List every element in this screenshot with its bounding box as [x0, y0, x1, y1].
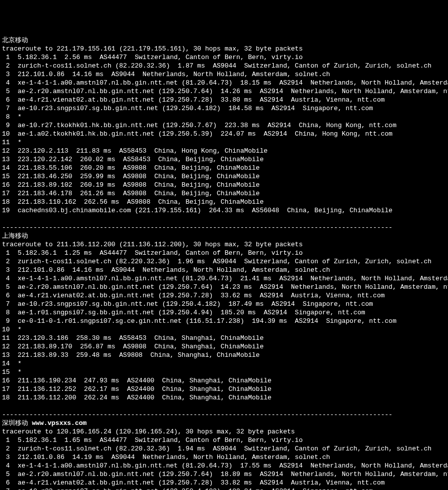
- traceroute-hop: 17 211.136.112.252 262.17 ms AS24400 Chi…: [2, 385, 446, 393]
- traceroute-hop: 4 xe-1-4-1-1.a00.amstnl07.nl.bb.gin.ntt.…: [2, 79, 446, 87]
- traceroute-hop: 11 *: [2, 138, 446, 147]
- traceroute-hop: 6 ae-4.r21.vienat02.at.bb.gin.ntt.net (1…: [2, 96, 446, 104]
- traceroute-hop: 9 ce-0-11-0-1.r01.sngpsi07.sg.ce.gin.ntt…: [2, 317, 446, 325]
- traceroute-hop: 13 223.120.22.142 260.02 ms AS58453 Chin…: [2, 155, 446, 164]
- traceroute-hop: 12 223.120.2.113 211.83 ms AS58453 China…: [2, 147, 446, 155]
- traceroute-hop: 10 *: [2, 325, 446, 334]
- traceroute-hop: 15 221.183.46.250 259.99 ms AS9808 China…: [2, 172, 446, 181]
- traceroute-hop: 6 ae-4.r21.vienat02.at.bb.gin.ntt.net (1…: [2, 291, 446, 300]
- blank-line: [2, 215, 446, 223]
- traceroute-hop: 3 212.101.0.86 14.19 ms AS9044 Netherlan…: [2, 453, 446, 461]
- traceroute-hop: 12 221.183.89.170 256.87 ms AS9808 China…: [2, 342, 446, 351]
- traceroute-hop: 13 221.183.89.33 259.48 ms AS9808 China,…: [2, 351, 446, 359]
- traceroute-hop: 2 zurich-t-cos11.solnet.ch (82.220.32.36…: [2, 257, 446, 266]
- traceroute-hop: 3 212.101.0.86 14.16 ms AS9044 Netherlan…: [2, 266, 446, 274]
- traceroute-hop: 7 ae-10.r23.sngpsi07.sg.bb.gin.ntt.net (…: [2, 104, 446, 113]
- traceroute-hop: 16 211.136.190.234 247.93 ms AS24400 Chi…: [2, 376, 446, 385]
- traceroute-header: traceroute to 211.136.112.200 (211.136.1…: [2, 240, 446, 249]
- traceroute-hop: 4 xe-1-4-1-1.a00.amstnl07.nl.bb.gin.ntt.…: [2, 274, 446, 283]
- traceroute-hop: 1 5.182.36.1 2.56 ms AS44477 Switzerland…: [2, 53, 446, 62]
- traceroute-hop: 10 ae-1.a02.tkokhk01.hk.bb.gin.ntt.net (…: [2, 130, 446, 138]
- traceroute-hop: 18 221.183.110.162 262.56 ms AS9808 Chin…: [2, 198, 446, 206]
- section-title: 北京移动: [2, 36, 446, 45]
- traceroute-hop: 5 ae-2.r20.amstnl07.nl.bb.gin.ntt.net (1…: [2, 470, 446, 478]
- traceroute-hop: 4 xe-1-4-1-1.a00.amstnl07.nl.bb.gin.ntt.…: [2, 461, 446, 470]
- blank-line: [2, 402, 446, 410]
- traceroute-hop: 7 ae-10.r23.sngpsi07.sg.bb.gin.ntt.net (…: [2, 300, 446, 308]
- traceroute-hop: 3 212.101.0.86 14.16 ms AS9044 Netherlan…: [2, 70, 446, 79]
- traceroute-hop: 11 223.120.3.186 258.30 ms AS58453 China…: [2, 334, 446, 342]
- section-title: 深圳移动 www.vpsxxs.com: [2, 419, 446, 427]
- traceroute-hop: 2 zurich-t-cos11.solnet.ch (82.220.32.36…: [2, 62, 446, 70]
- divider: ----------------------------------------…: [2, 410, 446, 419]
- divider: ----------------------------------------…: [2, 223, 446, 232]
- section-title: 上海移动: [2, 232, 446, 240]
- traceroute-hop: 1 5.182.36.1 1.25 ms AS44477 Switzerland…: [2, 249, 446, 257]
- traceroute-hop: 19 cachedns03.bj.chinamobile.com (221.17…: [2, 206, 446, 215]
- traceroute-hop: 5 ae-2.r20.amstnl07.nl.bb.gin.ntt.net (1…: [2, 283, 446, 291]
- traceroute-hop: 8 *: [2, 113, 446, 121]
- traceroute-header: traceroute to 120.196.165.24 (120.196.16…: [2, 427, 446, 436]
- traceroute-hop: 5 ae-2.r20.amstnl07.nl.bb.gin.ntt.net (1…: [2, 87, 446, 96]
- traceroute-hop: 15 *: [2, 368, 446, 376]
- traceroute-hop: 8 ae-1.r01.sngpsi07.sg.bb.gin.ntt.net (1…: [2, 308, 446, 317]
- traceroute-hop: 16 221.183.89.102 260.19 ms AS9808 China…: [2, 181, 446, 189]
- traceroute-hop: 2 zurich-t-cos11.solnet.ch (82.220.32.36…: [2, 444, 446, 453]
- traceroute-hop: 18 211.136.112.200 262.24 ms AS24400 Chi…: [2, 393, 446, 402]
- traceroute-hop: 9 ae-10.r27.tkokhk01.hk.bb.gin.ntt.net (…: [2, 121, 446, 130]
- traceroute-header: traceroute to 221.179.155.161 (221.179.1…: [2, 45, 446, 53]
- traceroute-hop: 7 ae-10.r23.sngpsi07.sg.bb.gin.ntt.net (…: [2, 487, 446, 490]
- traceroute-hop: 6 ae-4.r21.vienat02.at.bb.gin.ntt.net (1…: [2, 478, 446, 487]
- traceroute-hop: 1 5.182.36.1 1.65 ms AS44477 Switzerland…: [2, 436, 446, 444]
- traceroute-hop: 14 221.183.55.106 260.20 ms AS9808 China…: [2, 164, 446, 172]
- terminal-output: 北京移动traceroute to 221.179.155.161 (221.1…: [2, 36, 446, 490]
- watermark-text: www.vpsxxs.com: [32, 419, 87, 427]
- traceroute-hop: 14 *: [2, 359, 446, 368]
- traceroute-hop: 17 221.183.46.178 261.26 ms AS9808 China…: [2, 189, 446, 198]
